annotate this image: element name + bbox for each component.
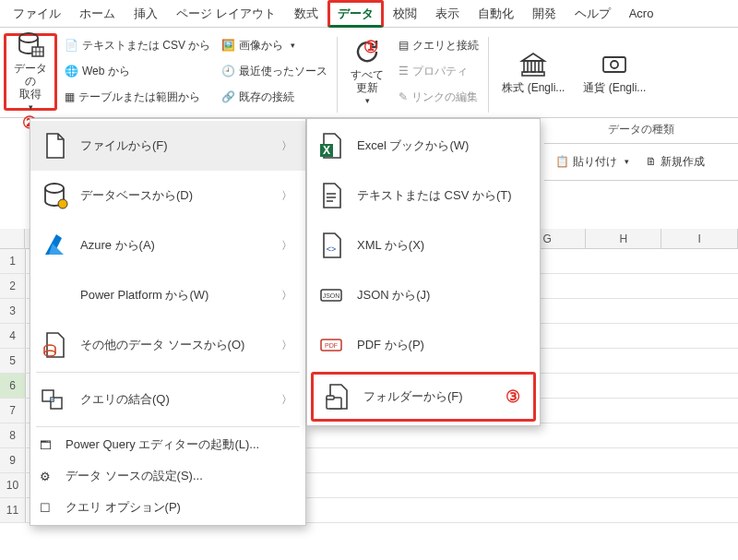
data-types-group: データの種類 📋 貼り付け▾ 🗎 新規作成	[544, 118, 738, 181]
svg-text:<>: <>	[327, 244, 337, 254]
tab-file[interactable]: ファイル	[4, 1, 70, 27]
pdf-icon: PDF	[316, 330, 346, 360]
svg-text:JSON: JSON	[323, 292, 340, 299]
svg-point-8	[45, 184, 64, 193]
menu-combine-queries[interactable]: クエリの結合(Q) 〉	[30, 375, 305, 424]
edit-links-button[interactable]: ✎ リンクの編集	[395, 85, 482, 109]
submenu-from-xml[interactable]: <> XML から(X)	[307, 220, 540, 270]
cash-icon	[600, 50, 629, 79]
row-header[interactable]: 8	[0, 423, 26, 447]
tab-auto[interactable]: 自動化	[469, 1, 523, 27]
tab-acrobat[interactable]: Acro	[620, 2, 663, 25]
json-icon: JSON	[316, 280, 346, 310]
chevron-right-icon: 〉	[281, 238, 292, 254]
currency-data-type-button[interactable]: 通貨 (Engli...	[576, 33, 653, 111]
menu-from-database[interactable]: データベースから(D) 〉	[30, 171, 305, 220]
tab-help[interactable]: ヘルプ	[565, 1, 620, 27]
row-header[interactable]: 2	[0, 274, 26, 298]
svg-rect-13	[51, 398, 54, 401]
from-table-range-button[interactable]: ▦ テーブルまたは範囲から	[61, 85, 214, 109]
page-icon: 📄	[65, 39, 78, 52]
tab-layout[interactable]: ページ レイアウト	[167, 1, 285, 27]
combine-icon	[40, 385, 69, 414]
queries-connections-button[interactable]: ▤ クエリと接続	[395, 33, 482, 57]
svg-point-7	[611, 61, 618, 68]
svg-rect-5	[522, 72, 544, 76]
menu-query-options[interactable]: ☐ クエリ オプション(P)	[30, 492, 305, 523]
data-types-group-label: データの種類	[544, 118, 738, 144]
refresh-all-button[interactable]: すべて 更新 ▾	[343, 33, 391, 111]
menu-from-other[interactable]: その他のデータ ソースから(O) 〉	[30, 320, 305, 370]
tab-formulas[interactable]: 数式	[285, 1, 327, 27]
row-header[interactable]: 7	[0, 399, 26, 423]
tab-home[interactable]: ホーム	[70, 1, 125, 27]
chevron-right-icon: 〉	[281, 288, 292, 304]
menu-from-azure[interactable]: Azure から(A) 〉	[30, 220, 305, 270]
queries-column: ▤ クエリと接続 ☰ プロパティ ✎ リンクの編集	[395, 33, 482, 109]
row-header[interactable]: 9	[0, 448, 26, 472]
source-column-2: 🖼️ 画像から▾ 🕘 最近使ったソース 🔗 既存の接続	[218, 33, 331, 109]
table-icon: ▦	[65, 90, 75, 103]
refresh-icon	[352, 37, 382, 66]
link-icon: 🔗	[221, 90, 235, 103]
svg-point-9	[58, 199, 67, 209]
row-header[interactable]: 1	[0, 249, 26, 273]
stocks-data-type-button[interactable]: 株式 (Engli...	[494, 33, 572, 111]
tab-insert[interactable]: 挿入	[125, 1, 167, 27]
submenu-from-pdf[interactable]: PDF PDF から(P)	[307, 320, 540, 370]
database-icon	[40, 181, 69, 210]
annotation-3: ③	[506, 387, 520, 407]
row-header[interactable]: 3	[0, 299, 26, 323]
chevron-down-icon: ▾	[29, 101, 33, 113]
tab-view[interactable]: 表示	[426, 1, 469, 27]
other-sources-icon	[40, 330, 69, 360]
col-header[interactable]: H	[586, 229, 662, 248]
azure-icon	[40, 231, 69, 260]
submenu-from-text-csv[interactable]: テキストまたは CSV から(T)	[307, 171, 540, 220]
svg-point-0	[19, 33, 38, 42]
existing-connections-button[interactable]: 🔗 既存の接続	[218, 85, 331, 109]
picture-icon: 🖼️	[221, 39, 235, 52]
menu-from-power-platform[interactable]: Power Platform から(W) 〉	[30, 270, 305, 320]
tab-data[interactable]: データ	[327, 0, 384, 28]
tab-review[interactable]: 校閲	[384, 1, 426, 27]
excel-icon: X	[316, 131, 346, 161]
globe-icon: 🌐	[65, 65, 78, 77]
source-column-1: 📄 テキストまたは CSV から 🌐 Web から ▦ テーブルまたは範囲から	[61, 33, 214, 109]
chevron-right-icon: 〉	[281, 138, 292, 154]
properties-button[interactable]: ☰ プロパティ	[395, 59, 482, 83]
get-data-button[interactable]: データの 取得 ▾	[4, 33, 57, 111]
paste-button[interactable]: 📋 貼り付け▾	[552, 149, 633, 173]
row-header[interactable]: 10	[0, 473, 26, 497]
menu-launch-pq-editor[interactable]: 🗔 Power Query エディターの起動(L)...	[30, 429, 305, 460]
new-button[interactable]: 🗎 新規作成	[642, 149, 708, 173]
chevron-right-icon: 〉	[281, 392, 292, 408]
menu-from-file[interactable]: ファイルから(F) 〉	[30, 121, 305, 171]
from-text-csv-button[interactable]: 📄 テキストまたは CSV から	[61, 33, 214, 57]
ribbon-body: データの 取得 ▾ 📄 テキストまたは CSV から 🌐 Web から ▦ テー…	[0, 28, 738, 118]
submenu-from-workbook[interactable]: X Excel ブックから(W)	[307, 121, 540, 171]
row-header[interactable]: 5	[0, 349, 26, 373]
svg-text:X: X	[323, 144, 330, 157]
recent-sources-button[interactable]: 🕘 最近使ったソース	[218, 59, 331, 83]
menu-data-source-settings[interactable]: ⚙ データ ソースの設定(S)...	[30, 460, 305, 492]
svg-rect-4	[539, 61, 542, 72]
row-header[interactable]: 11	[0, 498, 26, 522]
submenu-from-json[interactable]: JSON JSON から(J)	[307, 270, 540, 320]
text-file-icon	[316, 181, 346, 210]
submenu-from-folder[interactable]: フォルダーから(F) ③	[311, 372, 536, 422]
from-image-button[interactable]: 🖼️ 画像から▾	[218, 33, 331, 57]
ribbon-tabs: ファイル ホーム 挿入 ページ レイアウト 数式 データ 校閲 表示 自動化 開…	[0, 0, 738, 28]
from-web-button[interactable]: 🌐 Web から	[61, 59, 214, 83]
row-header[interactable]: 4	[0, 324, 26, 348]
row-header[interactable]: 6	[0, 374, 26, 398]
blank-icon	[40, 280, 69, 310]
separator	[488, 37, 489, 113]
folder-icon	[323, 382, 352, 411]
col-header[interactable]: I	[661, 229, 738, 248]
svg-text:PDF: PDF	[325, 342, 338, 349]
editor-icon: 🗔	[40, 438, 56, 452]
svg-rect-6	[603, 57, 625, 72]
gear-icon: ⚙	[40, 470, 56, 483]
tab-dev[interactable]: 開発	[523, 1, 565, 27]
